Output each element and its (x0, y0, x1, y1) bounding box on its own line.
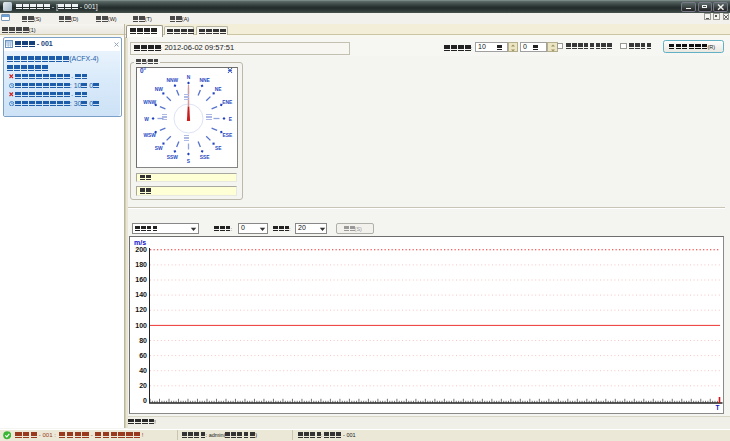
svg-text:180: 180 (135, 261, 147, 268)
svg-text:120: 120 (135, 306, 147, 313)
svg-text:NE: NE (214, 86, 222, 91)
svg-text:100: 100 (135, 322, 147, 329)
svg-text:SW: SW (154, 146, 162, 151)
svg-text:NNW: NNW (166, 77, 178, 82)
svg-text:WSW: WSW (143, 132, 156, 137)
svg-text:40: 40 (139, 367, 147, 374)
svg-text:200: 200 (135, 246, 147, 253)
svg-text:SSW: SSW (166, 155, 178, 160)
svg-text:WNW: WNW (143, 100, 156, 105)
svg-text:E: E (228, 116, 232, 121)
svg-text:0: 0 (143, 397, 147, 404)
svg-text:W: W (144, 116, 149, 121)
svg-text:ENE: ENE (222, 100, 233, 105)
svg-text:NNE: NNE (199, 77, 210, 82)
svg-text:160: 160 (135, 276, 147, 283)
svg-text:60: 60 (139, 352, 147, 359)
svg-text:SSE: SSE (199, 155, 210, 160)
svg-text:80: 80 (139, 337, 147, 344)
svg-text:NW: NW (154, 86, 163, 91)
svg-text:SE: SE (214, 146, 221, 151)
svg-text:m/s: m/s (134, 239, 146, 246)
svg-text:N: N (186, 74, 190, 79)
svg-text:ESE: ESE (222, 132, 233, 137)
svg-text:20: 20 (139, 382, 147, 389)
svg-text:140: 140 (135, 291, 147, 298)
svg-text:S: S (186, 158, 190, 163)
